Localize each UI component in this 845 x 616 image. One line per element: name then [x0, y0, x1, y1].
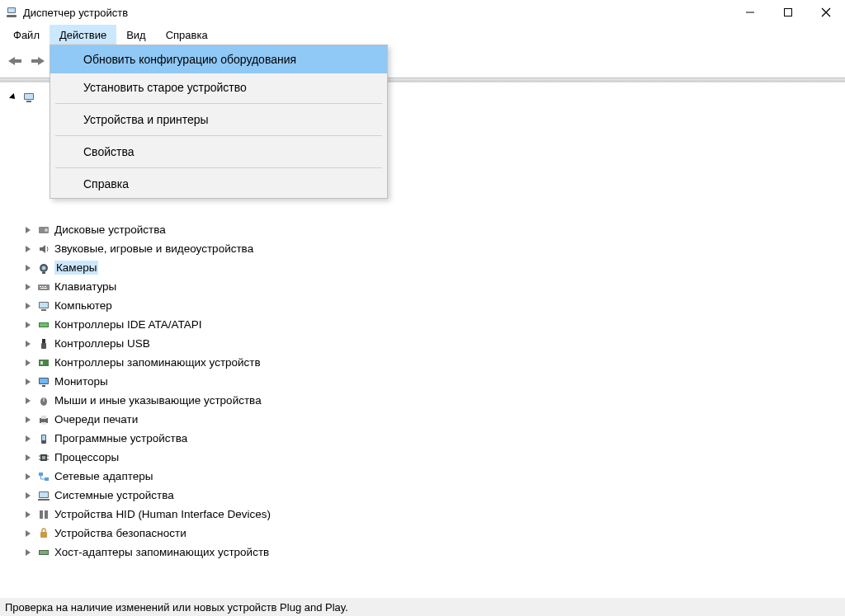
- svg-rect-12: [25, 94, 33, 99]
- expander-icon[interactable]: [23, 358, 33, 368]
- menu-separator: [55, 103, 382, 104]
- pc-icon: [36, 299, 51, 313]
- tree-category-computer[interactable]: Компьютер: [21, 296, 842, 315]
- svg-rect-26: [40, 303, 48, 308]
- expander-icon[interactable]: [23, 472, 33, 482]
- menu-item-scan-hardware[interactable]: Обновить конфигурацию оборудования: [50, 45, 387, 73]
- action-dropdown: Обновить конфигурацию оборудования Устан…: [50, 45, 388, 199]
- svg-rect-41: [41, 422, 46, 425]
- menu-help[interactable]: Справка: [156, 25, 218, 45]
- expander-icon[interactable]: [23, 263, 33, 273]
- computer-icon: [21, 90, 36, 105]
- tree-category-print-queues[interactable]: Очереди печати: [21, 410, 842, 429]
- monitor-icon: [36, 374, 51, 389]
- network-icon: [36, 469, 51, 484]
- menu-view[interactable]: Вид: [116, 25, 156, 45]
- status-text: Проверка на наличие изменений или новых …: [5, 601, 348, 614]
- tree-category-software-devices[interactable]: Программные устройства: [21, 429, 842, 448]
- menu-item-help[interactable]: Справка: [50, 170, 387, 198]
- menu-item-devices-printers[interactable]: Устройства и принтеры: [50, 106, 387, 134]
- security-icon: [36, 526, 51, 541]
- tree-label: Системные устройства: [54, 489, 174, 501]
- menu-file[interactable]: Файл: [3, 25, 50, 45]
- host-adapter-icon: [36, 545, 51, 560]
- svg-rect-31: [41, 343, 46, 349]
- expander-icon[interactable]: [23, 377, 33, 387]
- system-icon: [36, 488, 51, 503]
- minimize-button[interactable]: [731, 0, 769, 25]
- svg-rect-29: [40, 323, 48, 327]
- tree-category-storage-host-adapters[interactable]: Хост-адаптеры запоминающих устройств: [21, 543, 842, 562]
- svg-point-18: [42, 266, 46, 270]
- tree-category-monitors[interactable]: Мониторы: [21, 372, 842, 391]
- cpu-icon: [36, 450, 51, 465]
- expander-icon[interactable]: [23, 415, 33, 425]
- svg-rect-2: [7, 15, 17, 17]
- storage-ctrl-icon: [36, 355, 51, 370]
- expander-icon[interactable]: [23, 434, 33, 444]
- tree-label: Контроллеры запоминающих устройств: [54, 356, 261, 369]
- svg-rect-56: [45, 510, 48, 519]
- tree-category-sound[interactable]: Звуковые, игровые и видеоустройства: [21, 239, 842, 258]
- svg-rect-8: [14, 59, 21, 63]
- svg-rect-36: [42, 385, 45, 387]
- menu-item-add-legacy[interactable]: Установить старое устройство: [50, 73, 387, 101]
- expander-icon[interactable]: [23, 244, 33, 254]
- tree-label: Звуковые, игровые и видеоустройства: [54, 242, 253, 255]
- svg-rect-35: [40, 379, 48, 383]
- svg-rect-13: [26, 101, 31, 102]
- expander-icon[interactable]: [23, 453, 33, 463]
- svg-rect-59: [40, 551, 48, 554]
- expander-icon[interactable]: [23, 320, 33, 330]
- expander-icon[interactable]: [23, 339, 33, 349]
- printer-icon: [36, 412, 51, 427]
- tree-label: Устройства HID (Human Interface Devices): [54, 508, 271, 520]
- menu-action[interactable]: Действие: [50, 25, 116, 45]
- expander-icon[interactable]: [23, 282, 33, 292]
- expander-icon[interactable]: [23, 301, 33, 311]
- svg-rect-21: [40, 286, 41, 287]
- software-icon: [36, 431, 51, 446]
- tree-category-processors[interactable]: Процессоры: [21, 448, 842, 467]
- tree-category-storage-controllers[interactable]: Контроллеры запоминающих устройств: [21, 353, 842, 372]
- close-button[interactable]: [807, 0, 845, 25]
- expander-icon[interactable]: [23, 529, 33, 538]
- window-titlebar: Диспетчер устройств: [0, 0, 845, 25]
- svg-rect-40: [41, 416, 46, 419]
- expander-icon[interactable]: [23, 396, 33, 406]
- tree-category-usb[interactable]: Контроллеры USB: [21, 334, 842, 353]
- tree-category-keyboards[interactable]: Клавиатуры: [21, 277, 842, 296]
- tree-category-mice[interactable]: Мыши и иные указывающие устройства: [21, 391, 842, 410]
- menu-item-properties[interactable]: Свойства: [50, 138, 387, 166]
- expander-icon[interactable]: [23, 548, 33, 557]
- app-icon: [5, 6, 18, 19]
- tree-label: Хост-адаптеры запоминающих устройств: [54, 546, 269, 558]
- back-button[interactable]: [5, 51, 25, 71]
- hid-icon: [36, 507, 51, 522]
- expander-icon[interactable]: [7, 90, 21, 104]
- expander-icon[interactable]: [23, 510, 33, 520]
- tree-label: Программные устройства: [54, 432, 187, 444]
- svg-marker-16: [40, 245, 45, 253]
- svg-rect-50: [39, 473, 43, 476]
- tree-label: Сетевые адаптеры: [54, 470, 153, 482]
- expander-icon[interactable]: [23, 225, 33, 235]
- maximize-button[interactable]: [769, 0, 807, 25]
- tree-label: Очереди печати: [54, 413, 138, 426]
- speaker-icon: [36, 242, 51, 256]
- expander-icon[interactable]: [23, 491, 33, 501]
- tree-category-hid[interactable]: Устройства HID (Human Interface Devices): [21, 505, 842, 524]
- svg-rect-19: [42, 272, 45, 274]
- tree-category-system-devices[interactable]: Системные устройства: [21, 486, 842, 505]
- tree-category-cameras[interactable]: Камеры: [21, 258, 842, 277]
- svg-rect-22: [42, 286, 44, 287]
- tree-category-ide[interactable]: Контроллеры IDE ATA/ATAPI: [21, 315, 842, 334]
- tree-category-disk-drives[interactable]: Дисковые устройства: [21, 220, 842, 239]
- svg-marker-7: [8, 57, 15, 65]
- window-title: Диспетчер устройств: [23, 7, 128, 19]
- forward-button[interactable]: [28, 51, 48, 71]
- tree-label: Клавиатуры: [54, 280, 116, 293]
- tree-category-security-devices[interactable]: Устройства безопасности: [21, 524, 842, 543]
- tree-category-network-adapters[interactable]: Сетевые адаптеры: [21, 467, 842, 486]
- svg-rect-4: [785, 9, 792, 16]
